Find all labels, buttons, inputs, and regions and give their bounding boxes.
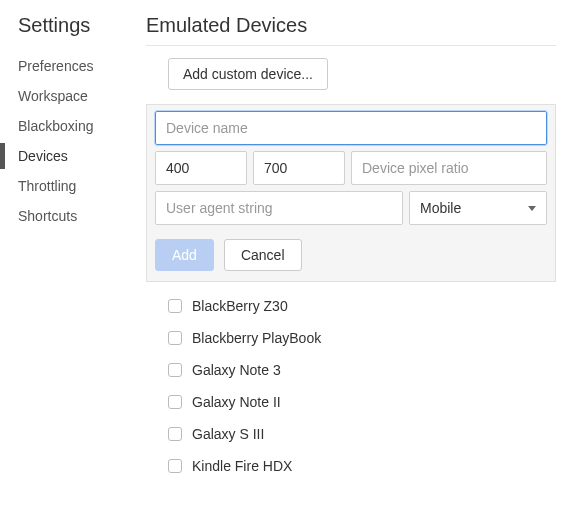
sidebar-item-label: Workspace [18,88,88,104]
checkbox[interactable] [168,427,182,441]
device-list-item[interactable]: Blackberry PlayBook [146,322,556,354]
sidebar-item-label: Preferences [18,58,93,74]
checkbox[interactable] [168,299,182,313]
device-list-item[interactable]: Galaxy S III [146,418,556,450]
device-type-select[interactable]: Mobile [409,191,547,225]
sidebar-item-devices[interactable]: Devices [18,141,130,171]
main-panel: Emulated Devices Add custom device... Mo… [130,0,572,520]
width-input[interactable] [155,151,247,185]
checkbox[interactable] [168,395,182,409]
device-type-value: Mobile [420,200,461,216]
device-list-item[interactable]: Galaxy Note II [146,386,556,418]
sidebar-item-workspace[interactable]: Workspace [18,81,130,111]
sidebar-item-throttling[interactable]: Throttling [18,171,130,201]
checkbox[interactable] [168,331,182,345]
device-label: Kindle Fire HDX [192,458,292,474]
sidebar: Settings Preferences Workspace Blackboxi… [0,0,130,520]
sidebar-item-label: Blackboxing [18,118,94,134]
height-input[interactable] [253,151,345,185]
caret-down-icon [528,206,536,211]
sidebar-item-label: Throttling [18,178,76,194]
sidebar-item-blackboxing[interactable]: Blackboxing [18,111,130,141]
sidebar-item-label: Shortcuts [18,208,77,224]
device-list: BlackBerry Z30 Blackberry PlayBook Galax… [146,282,556,482]
sidebar-item-shortcuts[interactable]: Shortcuts [18,201,130,231]
user-agent-input[interactable] [155,191,403,225]
main-title: Emulated Devices [146,14,556,37]
device-label: BlackBerry Z30 [192,298,288,314]
device-list-item[interactable]: Galaxy Note 3 [146,354,556,386]
custom-device-form: Mobile Add Cancel [146,104,556,282]
add-custom-device-button[interactable]: Add custom device... [168,58,328,90]
checkbox[interactable] [168,363,182,377]
device-pixel-ratio-input[interactable] [351,151,547,185]
add-button[interactable]: Add [155,239,214,271]
sidebar-title: Settings [18,14,130,37]
cancel-button[interactable]: Cancel [224,239,302,271]
checkbox[interactable] [168,459,182,473]
device-label: Galaxy S III [192,426,264,442]
device-list-item[interactable]: Kindle Fire HDX [146,450,556,482]
device-label: Galaxy Note II [192,394,281,410]
device-list-item[interactable]: BlackBerry Z30 [146,290,556,322]
device-label: Blackberry PlayBook [192,330,321,346]
device-name-input[interactable] [155,111,547,145]
divider [146,45,556,46]
sidebar-item-preferences[interactable]: Preferences [18,51,130,81]
device-label: Galaxy Note 3 [192,362,281,378]
sidebar-item-label: Devices [18,148,68,164]
